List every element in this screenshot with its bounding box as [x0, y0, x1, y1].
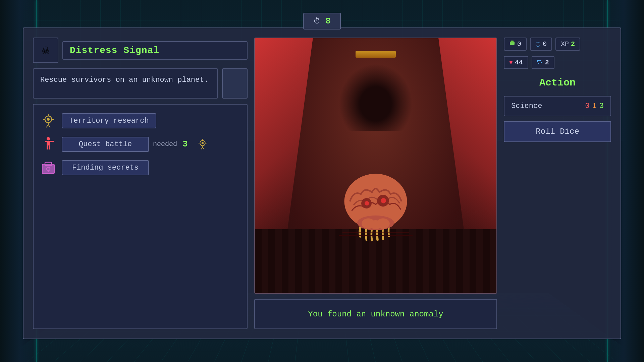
armor-stat: 🛡 2	[532, 56, 554, 69]
svg-line-6	[46, 125, 48, 127]
timer-count: 8	[325, 16, 331, 26]
svg-rect-26	[48, 170, 49, 172]
heart-icon: ♥	[509, 59, 513, 66]
svg-rect-39	[511, 41, 514, 43]
action-row-secrets: Finding secrets	[39, 158, 241, 177]
dice-val-1: 1	[592, 102, 597, 110]
svg-point-16	[201, 142, 203, 144]
stats-row-1: 0 ⬡ 0 XP 2	[504, 38, 611, 51]
quest-description-row: Rescue survivors on an unknown planet.	[33, 68, 248, 99]
brain-monster-svg	[339, 168, 413, 242]
action-panel-title: Action	[504, 74, 611, 91]
dice-values: 0 1 3	[585, 102, 604, 110]
science-box: Science 0 1 3	[504, 96, 611, 116]
right-column: 0 ⬡ 0 XP 2 ♥ 44 🛡 2	[504, 38, 611, 329]
monster-image	[254, 38, 497, 294]
battle-extra-icon	[193, 135, 212, 154]
roll-dice-button[interactable]: Roll Dice	[504, 121, 611, 142]
quest-thumbnail	[222, 68, 248, 99]
svg-line-21	[201, 147, 203, 149]
arch	[339, 64, 413, 131]
skull-button[interactable]: ☠	[33, 38, 58, 63]
xp-value: 2	[571, 40, 575, 48]
finding-secrets-button[interactable]: Finding secrets	[62, 160, 149, 175]
timer-bar: ⏱ 8	[303, 13, 341, 29]
hp-stat: ♥ 44	[504, 56, 528, 69]
svg-point-31	[381, 198, 386, 203]
armor-value: 2	[545, 59, 549, 66]
skull-icon: ☠	[42, 43, 49, 58]
stats-row-2: ♥ 44 🛡 2	[504, 56, 611, 69]
svg-rect-12	[47, 145, 48, 149]
quest-header: ☠ Distress Signal	[33, 38, 248, 63]
money-icon	[509, 40, 515, 48]
svg-rect-10	[45, 141, 48, 142]
quest-battle-button[interactable]: Quest battle	[62, 137, 149, 152]
svg-point-1	[47, 118, 50, 121]
needed-label: needed	[153, 140, 177, 148]
dice-val-2: 3	[599, 102, 604, 110]
ceiling-element	[356, 51, 396, 58]
battle-icon	[39, 135, 58, 154]
actions-box: Territory research	[33, 104, 248, 329]
money-stat: 0	[504, 38, 527, 51]
svg-line-7	[48, 125, 50, 127]
svg-line-22	[203, 147, 204, 149]
blue-resource-value: 0	[543, 40, 547, 48]
xp-label: XP	[561, 40, 569, 48]
main-panel: ☠ Distress Signal Rescue survivors on an…	[23, 27, 621, 339]
event-text-box: You found an unknown anomaly	[254, 299, 497, 329]
dice-val-0: 0	[585, 102, 589, 110]
science-label: Science	[511, 102, 580, 110]
shield-icon: 🛡	[537, 59, 543, 66]
blue-resource-icon: ⬡	[535, 41, 541, 48]
panel-body: ☠ Distress Signal Rescue survivors on an…	[33, 38, 611, 329]
action-row-territory: Territory research	[39, 111, 241, 130]
svg-point-35	[376, 219, 390, 229]
secrets-icon	[39, 158, 58, 177]
territory-icon	[39, 111, 58, 130]
quest-title: Distress Signal	[62, 41, 248, 60]
xp-stat: XP 2	[555, 38, 580, 51]
svg-point-30	[365, 201, 369, 205]
action-row-battle: Quest battle needed 3	[39, 135, 241, 154]
territory-research-button[interactable]: Territory research	[62, 113, 156, 128]
quest-description: Rescue survivors on an unknown planet.	[33, 68, 218, 99]
left-column: ☠ Distress Signal Rescue survivors on an…	[33, 38, 248, 329]
needed-num: 3	[182, 139, 188, 149]
svg-rect-14	[50, 141, 54, 142]
action-panel: Action Science 0 1 3 Roll Dice	[504, 74, 611, 329]
timer-icon: ⏱	[313, 17, 321, 26]
svg-rect-13	[49, 145, 50, 149]
center-column: You found an unknown anomaly	[254, 38, 497, 329]
svg-point-8	[47, 137, 50, 140]
money-value: 0	[517, 40, 521, 48]
hp-value: 44	[515, 59, 523, 66]
blue-resource-stat: ⬡ 0	[530, 38, 552, 51]
